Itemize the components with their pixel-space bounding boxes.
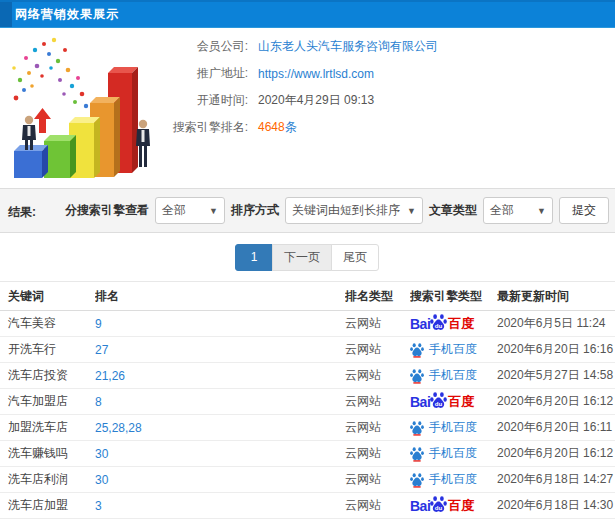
svg-text:du: du <box>435 504 443 511</box>
updated-cell: 2020年6月5日 11:24 <box>497 311 615 336</box>
mobile-baidu-icon: 手机百度 <box>410 419 477 436</box>
header-engine-type: 搜索引擎类型 <box>410 282 497 310</box>
keyword-cell: 洗车店利润 <box>0 467 95 492</box>
header-keyword: 关键词 <box>0 282 95 310</box>
pagination: 1 下一页 尾页 <box>0 233 615 281</box>
keyword-cell: 汽车美容 <box>0 311 95 336</box>
bar-green <box>44 135 76 178</box>
results-table: 关键词 排名 排名类型 搜索引擎类型 最新更新时间 汽车美容 9 云网站 Bai… <box>0 281 615 519</box>
updated-cell: 2020年6月20日 16:12 <box>497 389 615 414</box>
updated-cell: 2020年6月20日 16:16 <box>497 337 615 362</box>
rank-link[interactable]: 25,28,28 <box>95 421 142 435</box>
chevron-down-icon: ▼ <box>209 206 218 216</box>
keyword-cell: 洗车店加盟 <box>0 493 95 518</box>
engine-rank-row: 搜索引擎排名: 4648条 <box>168 114 438 141</box>
confetti-dots <box>12 38 88 108</box>
rank-link[interactable]: 9 <box>95 317 102 331</box>
engine-rank-label: 搜索引擎排名: <box>168 119 248 136</box>
search-engine-cell: Baidu百度 手机百度 <box>410 389 497 414</box>
search-engine-cell: Baidu百度 手机百度 <box>410 363 497 388</box>
engine-view-label: 分搜索引擎查看 <box>65 202 149 219</box>
bar-chart-illustration <box>2 28 187 188</box>
open-time-value: 2020年4月29日 09:13 <box>258 92 374 109</box>
open-time-label: 开通时间: <box>168 92 248 109</box>
result-label: 结果: <box>8 204 36 221</box>
mobile-baidu-icon: 手机百度 <box>410 471 477 488</box>
table-row: 汽车美容 9 云网站 Baidu百度 手机百度 2020年6月5日 11:24 <box>0 311 615 337</box>
member-info-list: 会员公司: 山东老人头汽车服务咨询有限公司 推广地址: https://www.… <box>168 33 438 141</box>
rank-type-cell: 云网站 <box>345 493 410 518</box>
last-page-button[interactable]: 尾页 <box>331 244 379 271</box>
baidu-logo: Baidu百度 <box>410 496 474 515</box>
header-updated: 最新更新时间 <box>497 282 615 310</box>
svg-text:du: du <box>435 322 443 329</box>
article-type-label: 文章类型 <box>429 202 477 219</box>
mobile-baidu-icon: 手机百度 <box>410 367 477 384</box>
search-engine-cell: Baidu百度 手机百度 <box>410 311 497 336</box>
marketing-report-window: 网络营销效果展示 <box>0 0 615 520</box>
filter-bar: 结果: 分搜索引擎查看 全部▼ 排序方式 关键词由短到长排序▼ 文章类型 全部▼… <box>0 188 615 233</box>
company-label: 会员公司: <box>168 38 248 55</box>
search-engine-cell: Baidu百度 手机百度 <box>410 467 497 492</box>
rank-link[interactable]: 30 <box>95 447 108 461</box>
updated-cell: 2020年6月18日 14:30 <box>497 493 615 518</box>
table-row: 洗车赚钱吗 30 云网站 Baidu百度 手机百度 2020年6月20日 16:… <box>0 441 615 467</box>
table-row: 洗车店加盟 3 云网站 Baidu百度 手机百度 2020年6月18日 14:3… <box>0 493 615 519</box>
table-header-row: 关键词 排名 排名类型 搜索引擎类型 最新更新时间 <box>0 281 615 311</box>
rank-type-cell: 云网站 <box>345 467 410 492</box>
filter-controls: 分搜索引擎查看 全部▼ 排序方式 关键词由短到长排序▼ 文章类型 全部▼ 提交 <box>65 197 609 224</box>
keyword-cell: 洗车店投资 <box>0 363 95 388</box>
header-rank-type: 排名类型 <box>345 282 410 310</box>
member-company-row: 会员公司: 山东老人头汽车服务咨询有限公司 <box>168 33 438 60</box>
mobile-baidu-icon: 手机百度 <box>410 341 477 358</box>
open-time-row: 开通时间: 2020年4月29日 09:13 <box>168 87 438 114</box>
rank-link[interactable]: 27 <box>95 343 108 357</box>
rank-type-cell: 云网站 <box>345 337 410 362</box>
rank-type-cell: 云网站 <box>345 363 410 388</box>
promo-url-row: 推广地址: https://www.lrtlsd.com <box>168 60 438 87</box>
up-arrow-icon <box>34 108 51 133</box>
rank-link[interactable]: 30 <box>95 473 108 487</box>
keyword-cell: 汽车加盟店 <box>0 389 95 414</box>
sort-label: 排序方式 <box>231 202 279 219</box>
baidu-logo: Baidu百度 <box>410 314 474 333</box>
engine-rank-count: 4648 <box>258 120 285 134</box>
rank-type-cell: 云网站 <box>345 311 410 336</box>
updated-cell: 2020年5月27日 14:58 <box>497 363 615 388</box>
keyword-cell: 加盟洗车店 <box>0 415 95 440</box>
promo-url-link[interactable]: https://www.lrtlsd.com <box>258 67 374 81</box>
engine-rank-unit: 条 <box>285 120 297 134</box>
next-page-button[interactable]: 下一页 <box>272 244 332 271</box>
sort-select[interactable]: 关键词由短到长排序▼ <box>285 197 423 224</box>
keyword-cell: 洗车赚钱吗 <box>0 441 95 466</box>
updated-cell: 2020年6月20日 16:12 <box>497 441 615 466</box>
rank-type-cell: 云网站 <box>345 441 410 466</box>
rank-type-cell: 云网站 <box>345 415 410 440</box>
chevron-down-icon: ▼ <box>407 206 416 216</box>
businessman-right <box>136 120 150 167</box>
search-engine-cell: Baidu百度 手机百度 <box>410 493 497 518</box>
member-section: 会员公司: 山东老人头汽车服务咨询有限公司 推广地址: https://www.… <box>0 28 615 188</box>
article-type-select[interactable]: 全部▼ <box>483 197 553 224</box>
rank-link[interactable]: 21,26 <box>95 369 125 383</box>
submit-button[interactable]: 提交 <box>559 197 609 224</box>
company-link[interactable]: 山东老人头汽车服务咨询有限公司 <box>258 38 438 55</box>
keyword-cell: 开洗车行 <box>0 337 95 362</box>
rank-link[interactable]: 3 <box>95 499 102 513</box>
baidu-logo: Baidu百度 <box>410 392 474 411</box>
table-row: 洗车店利润 30 云网站 Baidu百度 手机百度 2020年6月18日 14:… <box>0 467 615 493</box>
rank-type-cell: 云网站 <box>345 389 410 414</box>
rank-link[interactable]: 8 <box>95 395 102 409</box>
svg-text:du: du <box>435 400 443 407</box>
engine-view-select[interactable]: 全部▼ <box>155 197 225 224</box>
table-body: 汽车美容 9 云网站 Baidu百度 手机百度 2020年6月5日 11:24 … <box>0 311 615 519</box>
search-engine-cell: Baidu百度 手机百度 <box>410 441 497 466</box>
search-engine-cell: Baidu百度 手机百度 <box>410 415 497 440</box>
chevron-down-icon: ▼ <box>537 206 546 216</box>
businessman-left <box>22 116 36 150</box>
mobile-baidu-icon: 手机百度 <box>410 445 477 462</box>
title-bar: 网络营销效果展示 <box>0 0 615 28</box>
page-1-button[interactable]: 1 <box>235 244 273 271</box>
page-title: 网络营销效果展示 <box>15 2 119 26</box>
updated-cell: 2020年6月20日 16:11 <box>497 415 615 440</box>
